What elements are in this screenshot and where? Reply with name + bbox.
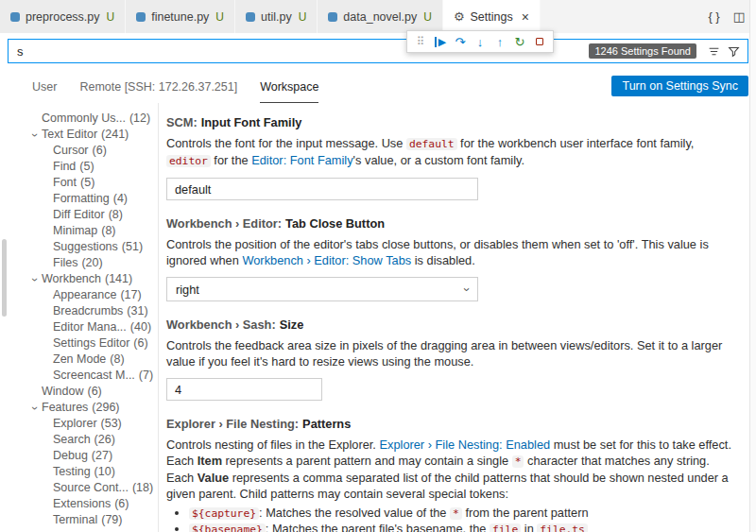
setting-category: SCM: bbox=[166, 115, 198, 129]
setting-value-input-workbench-sash-size[interactable] bbox=[166, 378, 322, 401]
toc-count: (5) bbox=[79, 159, 94, 175]
turn-on-settings-sync-button[interactable]: Turn on Settings Sync bbox=[611, 76, 748, 96]
toc-item-source-cont[interactable]: Source Cont...(18) bbox=[28, 480, 158, 496]
toc-item-editor-mana[interactable]: Editor Mana...(40) bbox=[28, 319, 158, 335]
setting-control: right› bbox=[166, 277, 733, 301]
toc-count: (7) bbox=[139, 368, 153, 384]
chevron-down-icon: › bbox=[28, 403, 42, 414]
open-settings-json-icon[interactable]: { } bbox=[708, 10, 719, 23]
editor-tab-finetune-py[interactable]: finetune.pyU bbox=[126, 0, 235, 33]
close-icon[interactable]: × bbox=[522, 10, 529, 24]
setting-link[interactable]: Editor: Font Family bbox=[251, 153, 352, 167]
toc-item-font[interactable]: Font(5) bbox=[28, 175, 158, 191]
select-value: right bbox=[176, 283, 199, 297]
scope-tab-user[interactable]: User bbox=[32, 71, 57, 103]
split-editor-icon[interactable]: ◫ bbox=[733, 10, 745, 23]
toc-item-commonly-us[interactable]: Commonly Us...(12) bbox=[28, 111, 158, 127]
toc-item-find[interactable]: Find(5) bbox=[28, 159, 158, 175]
toc-item-features[interactable]: ›Features(296) bbox=[28, 400, 158, 416]
bullet-item: ${capture}: Matches the resolved value o… bbox=[189, 506, 733, 522]
toc-count: (20) bbox=[81, 255, 102, 271]
description-text: from the parent pattern bbox=[462, 506, 589, 520]
bullet-item: ${basename}: Matches the parent file's b… bbox=[189, 523, 733, 532]
toc-label: Extensions bbox=[53, 496, 111, 512]
toc-item-diff-editor[interactable]: Diff Editor(8) bbox=[28, 207, 158, 223]
toc-item-explorer[interactable]: Explorer(53) bbox=[28, 416, 158, 432]
editor-tab-util-py[interactable]: util.pyU bbox=[235, 0, 318, 33]
step-into-button-icon[interactable]: ↓ bbox=[472, 33, 489, 50]
step-over-button-icon[interactable]: ↷ bbox=[452, 33, 469, 50]
toc-scrollbar-thumb[interactable] bbox=[2, 239, 7, 317]
continue-button-icon[interactable]: ▶ bbox=[432, 33, 449, 50]
scope-tabs: UserRemote [SSH: 172.26.37.251]Workspace bbox=[32, 71, 341, 103]
toc-item-extensions[interactable]: Extensions(6) bbox=[28, 496, 158, 512]
toc-item-cursor[interactable]: Cursor(6) bbox=[28, 143, 158, 159]
tab-label: preprocess.py bbox=[26, 10, 100, 24]
setting-link[interactable]: Explorer › File Nesting: Enabled bbox=[379, 438, 550, 452]
toc-item-zen-mode[interactable]: Zen Mode(8) bbox=[28, 352, 158, 368]
setting-control bbox=[166, 178, 733, 200]
description-text: Controls the feedback area size in pixel… bbox=[166, 338, 722, 369]
toc-item-testing[interactable]: Testing(10) bbox=[28, 464, 158, 480]
scope-tab-remote-ssh-172-26-37-251[interactable]: Remote [SSH: 172.26.37.251] bbox=[79, 71, 237, 103]
toc-item-breadcrumbs[interactable]: Breadcrumbs(31) bbox=[28, 303, 158, 319]
restart-button-icon[interactable]: ↻ bbox=[511, 33, 528, 50]
toc-label: Explorer bbox=[53, 416, 97, 432]
tab-label: data_novel.py bbox=[343, 10, 417, 24]
toc-count: (6) bbox=[87, 384, 101, 400]
toc-item-window[interactable]: Window(6) bbox=[28, 384, 158, 400]
editor-tab-preprocess-py[interactable]: preprocess.pyU bbox=[0, 0, 126, 33]
right-edge-scrollbar[interactable] bbox=[749, 0, 756, 532]
setting-link[interactable]: Workbench › Editor: Show Tabs bbox=[242, 253, 411, 267]
toc-label: Workbench bbox=[42, 271, 101, 287]
description-text: 's value, or a custom font family. bbox=[353, 153, 524, 167]
untracked-badge: U bbox=[215, 10, 224, 24]
toc-item-text-editor[interactable]: ›Text Editor(241) bbox=[28, 127, 158, 143]
untracked-badge: U bbox=[299, 10, 307, 24]
editor-tab-settings[interactable]: ⚙Settings× bbox=[443, 0, 541, 33]
filter-lines-icon[interactable] bbox=[705, 43, 723, 60]
toc-count: (8) bbox=[110, 352, 124, 368]
stop-button-icon[interactable] bbox=[531, 33, 548, 50]
setting-name: Patterns bbox=[302, 417, 351, 431]
toc-label: Search bbox=[53, 432, 91, 448]
toc-label: Window bbox=[42, 384, 83, 400]
toc-label: Font bbox=[53, 175, 77, 191]
setting-description: Controls the feedback area size in pixel… bbox=[166, 337, 733, 369]
drag-handle-icon[interactable]: ⠿ bbox=[412, 33, 429, 50]
toc-item-appearance[interactable]: Appearance(17) bbox=[28, 287, 158, 303]
code-token: file bbox=[490, 523, 521, 532]
toc-count: (5) bbox=[80, 175, 94, 191]
description-text: for the bbox=[211, 153, 251, 167]
step-out-button-icon[interactable]: ↑ bbox=[491, 33, 508, 50]
description-text: represents a parent pattern and may cont… bbox=[222, 454, 512, 468]
toc-item-settings-editor[interactable]: Settings Editor(6) bbox=[28, 335, 158, 352]
results-count-badge: 1246 Settings Found bbox=[589, 43, 696, 59]
setting-value-select-workbench-editor-tab-close-button[interactable]: right› bbox=[166, 277, 478, 301]
toc-label: Features bbox=[42, 400, 88, 416]
editor-tab-data-novel-py[interactable]: data_novel.pyU bbox=[318, 0, 443, 33]
toc-item-search[interactable]: Search(26) bbox=[28, 432, 158, 448]
toc-count: (40) bbox=[130, 319, 151, 335]
tab-label: util.py bbox=[261, 10, 292, 24]
setting-name: Input Font Family bbox=[201, 115, 302, 129]
funnel-filter-icon[interactable] bbox=[725, 43, 743, 60]
editor-tab-bar: preprocess.pyUfinetune.pyUutil.pyUdata_n… bbox=[0, 0, 756, 33]
toc-item-minimap[interactable]: Minimap(8) bbox=[28, 223, 158, 239]
toc-item-screencast-m[interactable]: Screencast M...(7) bbox=[28, 368, 158, 384]
toc-item-workbench[interactable]: ›Workbench(141) bbox=[28, 271, 158, 287]
toc-label: Breadcrumbs bbox=[53, 303, 123, 319]
toc-label: Settings Editor bbox=[53, 335, 129, 352]
code-token: default bbox=[406, 138, 457, 150]
toc-item-debug[interactable]: Debug(27) bbox=[28, 448, 158, 464]
setting-value-input-scm-input-font-family[interactable] bbox=[166, 178, 478, 200]
left-gutter bbox=[0, 103, 25, 532]
scope-tab-workspace[interactable]: Workspace bbox=[260, 71, 318, 103]
toc-item-terminal[interactable]: Terminal(79) bbox=[28, 512, 158, 528]
toc-item-files[interactable]: Files(20) bbox=[28, 255, 158, 271]
toc-label: Debug bbox=[53, 448, 88, 464]
setting-name: Tab Close Button bbox=[285, 216, 385, 231]
tab-label: finetune.py bbox=[151, 10, 209, 24]
toc-item-suggestions[interactable]: Suggestions(51) bbox=[28, 239, 158, 255]
toc-item-formatting[interactable]: Formatting(4) bbox=[28, 191, 158, 207]
